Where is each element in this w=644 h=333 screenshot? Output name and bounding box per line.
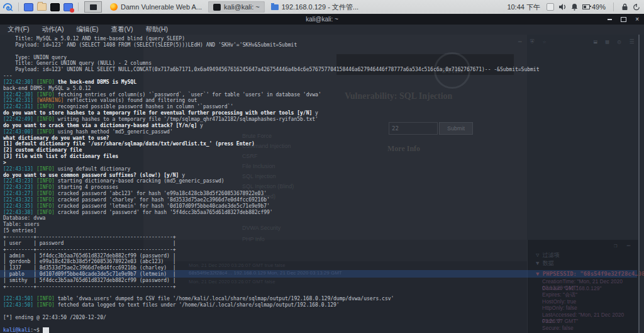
terminal-line: | admin | 5f4dcc3b5aa765d61d8327deb882cf…: [3, 253, 540, 259]
maximize-button[interactable]: [621, 17, 626, 22]
terminal-line: >: [3, 160, 540, 166]
terminal-icon: [50, 3, 60, 11]
terminal-line: [5 entries]: [3, 228, 540, 234]
screen-record-icon: [64, 3, 73, 11]
launcher-files[interactable]: [36, 3, 47, 12]
folder-icon: [37, 3, 47, 11]
ghost-cookie-detail: HttpOnly: false: [542, 305, 577, 311]
terminal-line: Type: UNION query: [3, 55, 540, 61]
input-method-icon[interactable]: [547, 3, 554, 11]
terminal-line: back-end DBMS: MySQL ≥ 5.0.12: [3, 86, 540, 92]
terminal-menubar: 文件(F) 动作(A) 编辑(E) 查看(V) 帮助(H): [0, 25, 644, 35]
taskbar-window-label: kali@kali: ~: [224, 3, 260, 11]
system-tray: 10:44 下午 49%: [507, 3, 644, 12]
taskbar-window-firefox[interactable]: Damn Vulnerable Web A...: [105, 1, 207, 13]
terminal-titlebar[interactable]: kali@kali: ~ ×: [0, 14, 644, 25]
volume-icon[interactable]: [558, 3, 567, 11]
terminal-line: [22:43:35] [INFO] cracked password 'letm…: [3, 203, 540, 210]
notification-bell-icon[interactable]: [571, 3, 578, 11]
terminal-line: [22:43:32] [INFO] cracked password 'char…: [3, 197, 540, 203]
terminal-line: [3, 290, 540, 296]
terminal-line: ---: [3, 73, 540, 79]
taskbar-window-label: Damn Vulnerable Web A...: [121, 3, 202, 11]
terminal-line: | pablo | 0d107d09f5bbe40cade3de5c71e9e9…: [3, 271, 540, 278]
menu-help[interactable]: 帮助(H): [145, 25, 168, 34]
terminal-line: | gordonb | e99a18c428cb38d5f26085367892…: [3, 259, 540, 265]
browser-icon: [24, 3, 33, 11]
terminal-line: do you want to use common password suffi…: [3, 172, 540, 179]
terminal-line: [22:42:31] [WARNING] reflective value(s)…: [3, 98, 540, 104]
battery-icon: [582, 4, 590, 9]
terminal-line: [22:43:13] [INFO] using default dictiona…: [3, 166, 540, 172]
panel-separator: [18, 3, 19, 11]
firefox-icon: [110, 3, 118, 11]
panel-separator: [78, 3, 79, 11]
terminal-line: [22:42:30] [INFO] fetching entries of co…: [3, 92, 540, 98]
terminal-line: [22:43:27] [INFO] cracked password 'abc1…: [3, 191, 540, 197]
desktop-panel: Damn Vulnerable Web A... kali@kali: ~ 19…: [0, 0, 644, 14]
launcher-screenshot[interactable]: [63, 3, 74, 12]
ghost-cookie-detail: Path: "/": [542, 318, 562, 324]
terminal-line: do you want to store hashes to a tempora…: [3, 110, 540, 116]
tray-separator: [613, 3, 614, 11]
terminal-line: [3, 321, 540, 327]
battery-indicator[interactable]: 49%: [582, 3, 606, 11]
ghost-cookie-detail: HostOnly: true: [542, 298, 576, 305]
terminal-line: [22:43:23] [INFO] starting dictionary-ba…: [3, 178, 540, 184]
terminal-line: | 1337 | 8d3533d75ae2c3966d7e0d4fcc69216…: [3, 265, 540, 271]
terminal-line: [22:43:00] [INFO] using hash method 'md5…: [3, 129, 540, 135]
terminal-scrollbar[interactable]: [638, 35, 640, 333]
close-button[interactable]: ×: [635, 16, 639, 23]
terminal-line: [3, 308, 540, 315]
terminal-line: [22:43:38] [INFO] cracked password 'pass…: [3, 210, 540, 216]
ghost-devtools-filter: ▽ 过滤项: [536, 251, 560, 259]
launcher-terminal[interactable]: [50, 3, 60, 12]
terminal-line: | smithy | 5f4dcc3b5aa765d61d8327deb882c…: [3, 278, 540, 284]
terminal-line: [1] default dictionary file '/usr/share/…: [3, 141, 540, 147]
terminal-line: [3, 48, 540, 55]
lock-screen-icon[interactable]: [621, 3, 628, 11]
taskbar-window-filemanager[interactable]: 192.168.0.129 - 文件管...: [266, 1, 364, 13]
terminal-line: [22:43:50] [INFO] table 'dvwa.users' dum…: [3, 296, 540, 302]
terminal-line: Database: dvwa: [3, 215, 540, 222]
kali-menu-icon[interactable]: [3, 3, 13, 12]
terminal-icon: [213, 4, 221, 11]
power-icon[interactable]: [633, 3, 640, 11]
menu-file[interactable]: 文件(F): [8, 25, 29, 34]
ghost-firefox-toolbar-right: ⬓ ▤ ◎ ☰: [594, 38, 637, 45]
terminal-line: [2] custom dictionary file: [3, 147, 540, 154]
launcher-browser[interactable]: [23, 3, 34, 12]
terminal-line: Title: Generic UNION query (NULL) - 2 co…: [3, 60, 540, 67]
terminal-line: [22:43:23] [INFO] starting 4 processes: [3, 184, 540, 191]
clock: 10:44 下午: [507, 3, 540, 12]
terminal-line: +---------+-----------------------------…: [3, 234, 540, 240]
window-title: kali@kali: ~: [306, 16, 338, 23]
terminal-line: [*] ending @ 22:43:50 /2020-12-20/: [3, 315, 540, 321]
menu-view[interactable]: 查看(V): [111, 25, 133, 34]
ghost-cookie-detail: Secure: false: [542, 325, 574, 331]
terminal-viewport[interactable]: ⋯ ⛨ ☆ ⬓ ▤ ◎ ☰ DVWA Vulnerability: SQL In…: [0, 35, 644, 333]
battery-percent: 49%: [592, 3, 606, 11]
terminal-line: [22:42:31] [INFO] recognized possible pa…: [3, 104, 540, 110]
terminal-line: [22:42:49] [INFO] writing hashes to a te…: [3, 116, 540, 123]
terminal-line: +---------+-----------------------------…: [3, 247, 540, 253]
terminal-output: Title: MySQL ≥ 5.0.12 AND time-based bli…: [0, 35, 540, 333]
workspace-thumbnail: [90, 4, 97, 10]
taskbar-window-terminal[interactable]: kali@kali: ~: [208, 1, 265, 13]
terminal-line: what dictionary do you want to use?: [3, 135, 540, 142]
terminal-line: Payload: id=123' AND (SELECT 1408 FROM (…: [3, 42, 540, 48]
terminal-cursor: [43, 327, 49, 333]
terminal-line: +---------+-----------------------------…: [3, 284, 540, 290]
menu-edit[interactable]: 编辑(E): [76, 25, 98, 34]
minimize-button[interactable]: [608, 19, 612, 20]
terminal-line: do you want to crack them via a dictiona…: [3, 123, 540, 129]
terminal-line: [22:43:50] [INFO] fetched data logged to…: [3, 302, 540, 308]
terminal-line: Title: MySQL ≥ 5.0.12 AND time-based bli…: [3, 36, 540, 42]
menu-actions[interactable]: 动作(A): [42, 25, 64, 34]
terminal-line: [3] file with list of dictionary files: [3, 154, 540, 160]
window-controls: ×: [608, 14, 639, 25]
terminal-line: | user | password |: [3, 240, 540, 247]
workspace-switcher[interactable]: [84, 1, 102, 13]
ghost-cookie-detail: Domain: "192.168.0.129": [542, 285, 601, 291]
terminal-line: Table: users: [3, 222, 540, 228]
